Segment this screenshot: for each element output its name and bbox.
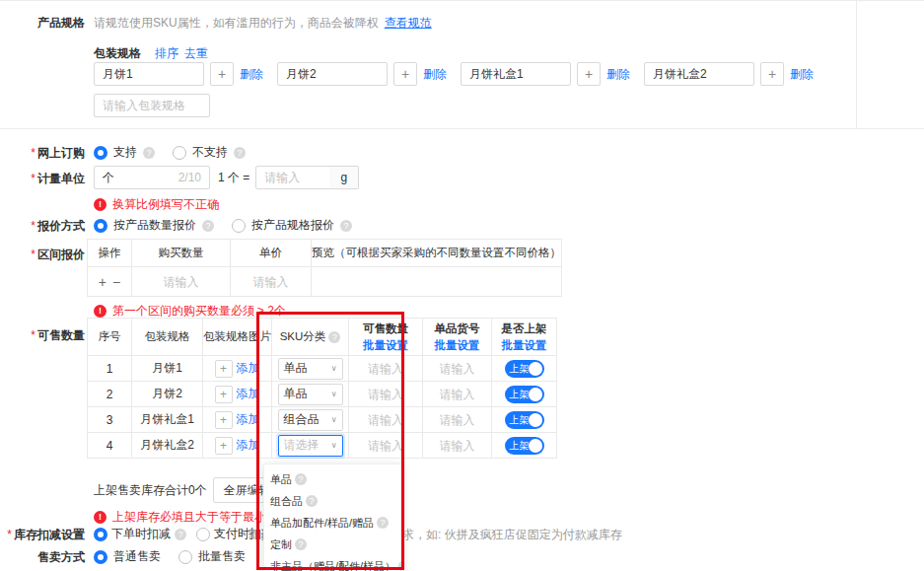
radio-deduct-on-pay[interactable]: [196, 528, 210, 541]
new-spec-input[interactable]: [94, 94, 210, 117]
ratio-input[interactable]: [255, 166, 330, 189]
help-icon[interactable]: ?: [202, 220, 214, 232]
row-spec: 月饼礼盒2: [132, 433, 203, 459]
radio-batch-sell[interactable]: [178, 550, 192, 564]
delete-spec-link-3[interactable]: 删除: [606, 66, 630, 83]
quote-method-options: 按产品数量报价 ? 按产品规格报价 ?: [94, 217, 352, 234]
spec-input-1[interactable]: [94, 62, 204, 86]
range-quote-table: 操作 购买数量 单价 预览（可根据买家采购的不同数量设置不同价格） +−: [87, 239, 562, 297]
radio-deduct-on-order-label: 下单时扣减: [111, 526, 171, 542]
top-divider: [0, 0, 924, 1]
unit-input[interactable]: 个 2/10: [94, 166, 210, 189]
radio-not-support[interactable]: [173, 146, 186, 160]
sellable-qty-input-3[interactable]: [354, 412, 417, 428]
dropdown-option-custom[interactable]: 定制?: [264, 534, 401, 555]
add-spec-icon[interactable]: +: [577, 62, 601, 86]
quote-method-label: *报价方式: [0, 218, 85, 235]
dropdown-option-combo[interactable]: 组合品?: [264, 490, 401, 512]
help-icon: ?: [306, 495, 318, 507]
help-icon[interactable]: ?: [175, 529, 186, 540]
sellable-qty-input-4[interactable]: [354, 438, 417, 454]
batch-set-code-link[interactable]: 批量设置: [435, 338, 480, 353]
row-no: 3: [88, 407, 132, 433]
radio-quote-by-qty[interactable]: [94, 219, 107, 233]
row-no: 2: [88, 382, 132, 407]
deduction-label: *库存扣减设置: [0, 527, 85, 543]
error-icon: !: [94, 305, 107, 318]
sku-type-select-3[interactable]: 组合品∨: [278, 409, 343, 431]
spec-input-4[interactable]: [644, 62, 754, 86]
radio-support-label: 支持: [113, 144, 137, 161]
online-order-label: *网上订购: [0, 145, 85, 162]
add-range-icon[interactable]: +: [96, 274, 109, 290]
add-image-icon[interactable]: +: [215, 386, 233, 403]
delete-spec-link-4[interactable]: 删除: [790, 66, 814, 83]
on-sale-toggle-2[interactable]: 上架: [505, 386, 544, 403]
item-code-input-4[interactable]: [427, 438, 488, 454]
add-image-icon[interactable]: +: [215, 360, 233, 378]
radio-deduct-on-order[interactable]: [94, 528, 107, 541]
online-order-options: 支持 ? 不支持 ?: [94, 144, 246, 161]
add-spec-icon[interactable]: +: [393, 62, 417, 86]
add-image-link[interactable]: 添加: [237, 411, 260, 428]
unit-label: *计量单位: [0, 171, 85, 187]
spec-input-2[interactable]: [277, 62, 388, 86]
add-image-link[interactable]: 添加: [237, 360, 260, 377]
sku-type-dropdown: 单品? 组合品? 单品加配件/样品/赠品? 定制? 非主品（赠品/配件/样品）?: [263, 464, 402, 571]
col-unit-price: 单价: [231, 240, 312, 267]
help-icon[interactable]: ?: [328, 331, 340, 343]
radio-support[interactable]: [94, 146, 107, 160]
dropdown-option-non-main[interactable]: 非主品（赠品/配件/样品）?: [264, 555, 401, 571]
spec-input-3[interactable]: [461, 62, 571, 86]
add-image-link[interactable]: 添加: [237, 386, 260, 402]
unit-counter: 2/10: [178, 171, 201, 184]
sell-method-options: 普通售卖 批量售卖: [94, 548, 246, 565]
add-image-icon[interactable]: +: [215, 411, 233, 429]
help-icon[interactable]: ?: [143, 147, 155, 159]
product-publish-form: 产品规格 请规范使用SKU属性，如有滥用的行为，商品会被降权 查看规范 包装规格…: [0, 0, 924, 571]
chevron-down-icon: ∨: [331, 390, 337, 398]
help-icon[interactable]: ?: [340, 220, 352, 232]
add-spec-icon[interactable]: +: [210, 62, 234, 86]
item-code-input-3[interactable]: [427, 412, 488, 428]
help-icon[interactable]: ?: [234, 147, 246, 159]
sku-type-select-1[interactable]: 单品∨: [278, 358, 343, 380]
remove-range-icon[interactable]: −: [109, 274, 123, 290]
add-spec-icon[interactable]: +: [760, 62, 784, 86]
add-image-link[interactable]: 添加: [237, 437, 260, 454]
error-icon: !: [94, 198, 107, 211]
dropdown-option-single-plus[interactable]: 单品加配件/样品/赠品?: [264, 512, 401, 534]
item-code-input-2[interactable]: [427, 387, 488, 402]
toggle-knob: [529, 413, 542, 427]
table-row: 1 月饼1 +添加 单品∨ 上架: [88, 356, 557, 382]
col-item-code: 单品货号批量设置: [423, 319, 492, 356]
delete-spec-link-1[interactable]: 删除: [240, 66, 263, 83]
range-qty-input[interactable]: [138, 274, 225, 290]
range-price-input[interactable]: [235, 274, 308, 290]
sku-type-select-4[interactable]: 请选择∨: [278, 435, 343, 457]
batch-set-onsale-link[interactable]: 批量设置: [502, 338, 547, 353]
dedupe-link[interactable]: 去重: [184, 45, 208, 62]
sellable-qty-input-2[interactable]: [354, 387, 417, 402]
section-divider: [0, 128, 924, 129]
sellable-qty-input-1[interactable]: [354, 361, 417, 377]
delete-spec-link-2[interactable]: 删除: [423, 66, 447, 83]
add-image-icon[interactable]: +: [215, 437, 233, 455]
product-spec-hint-row: 请规范使用SKU属性，如有滥用的行为，商品会被降权 查看规范: [94, 15, 432, 32]
range-op-cell: +−: [88, 267, 132, 297]
view-spec-link[interactable]: 查看规范: [385, 15, 432, 32]
radio-not-support-label: 不支持: [192, 144, 228, 161]
toggle-knob: [529, 439, 542, 453]
sku-type-select-2[interactable]: 单品∨: [278, 384, 343, 405]
batch-set-qty-link[interactable]: 批量设置: [363, 338, 408, 353]
sort-link[interactable]: 排序: [155, 45, 178, 62]
on-sale-toggle-4[interactable]: 上架: [505, 437, 544, 455]
item-code-input-1[interactable]: [427, 361, 488, 377]
radio-quote-by-spec[interactable]: [232, 219, 246, 233]
on-sale-toggle-1[interactable]: 上架: [505, 360, 544, 378]
range-quote-label: *区间报价: [0, 247, 85, 263]
on-sale-toggle-3[interactable]: 上架: [505, 411, 544, 429]
radio-normal-sell[interactable]: [94, 550, 107, 564]
dropdown-option-single[interactable]: 单品?: [264, 468, 401, 490]
row-spec: 月饼1: [132, 356, 203, 382]
